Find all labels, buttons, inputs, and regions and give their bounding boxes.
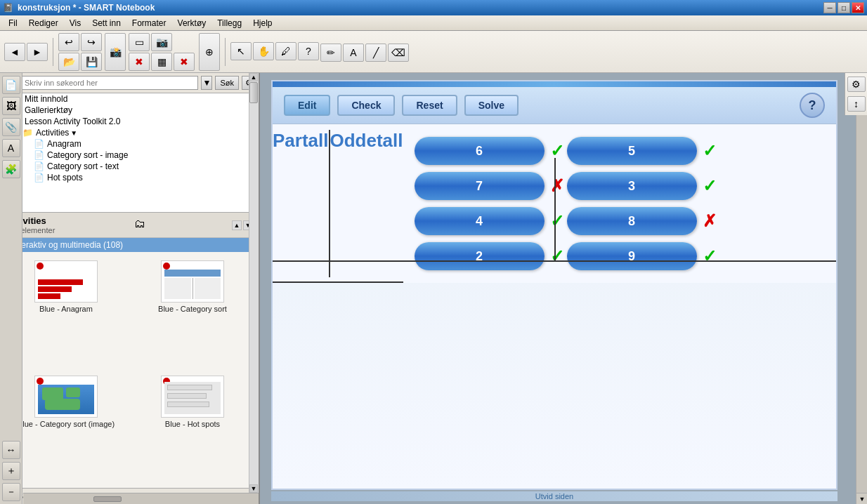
- insert-button[interactable]: ✖: [174, 53, 195, 71]
- search-input[interactable]: [21, 76, 198, 90]
- left-scroll-thumb[interactable]: [249, 82, 258, 103]
- expand-link-button[interactable]: Utvid siden: [271, 491, 837, 501]
- tree-item-cat-text[interactable]: 📄 Category sort - text: [0, 161, 259, 172]
- dropdown-icon: ▼: [70, 129, 77, 137]
- pen-tool[interactable]: ✏: [320, 44, 341, 62]
- vtab-arrow[interactable]: ↔: [2, 441, 20, 459]
- menu-item-vis[interactable]: Vis: [64, 17, 86, 29]
- eraser-tool[interactable]: ⌫: [388, 44, 409, 62]
- menu-item-fil[interactable]: Fil: [3, 17, 23, 29]
- vtab-plus[interactable]: ＋: [2, 462, 20, 480]
- canvas-scroll-down[interactable]: ▼: [856, 493, 867, 504]
- tree-item-anagram[interactable]: 📄 Anagram: [0, 138, 259, 150]
- scroll-up-button[interactable]: ▲: [232, 220, 242, 230]
- sort-item-5[interactable]: 5 ✓: [567, 137, 697, 165]
- nav-group: ◄ ►: [4, 43, 48, 61]
- sort-item-2[interactable]: 2 ✓: [415, 242, 545, 270]
- activity-category-sort[interactable]: Blue - Category sort: [132, 258, 253, 367]
- tree-item-hotspots[interactable]: 📄 Hot spots: [0, 172, 259, 183]
- help-tool[interactable]: ?: [298, 42, 319, 60]
- undo-button[interactable]: ↩: [58, 33, 79, 51]
- edit-button[interactable]: Edit: [284, 95, 330, 116]
- solve-button[interactable]: Solve: [464, 95, 519, 116]
- forward-button[interactable]: ►: [27, 43, 48, 61]
- vtab-font[interactable]: A: [2, 139, 20, 157]
- sort-item-6[interactable]: 6 ✓: [415, 137, 545, 165]
- close-button[interactable]: ✕: [852, 2, 864, 13]
- sort-item-8[interactable]: 8 ✗: [567, 207, 697, 235]
- left-scroll-down[interactable]: ▼: [249, 484, 258, 493]
- save-button[interactable]: 💾: [81, 53, 102, 71]
- sort-item-7[interactable]: 7 ✗: [415, 172, 545, 200]
- category-header[interactable]: ▸ Interaktiv og multimedia (108): [0, 238, 259, 252]
- menu-item-formater[interactable]: Formater: [126, 17, 172, 29]
- vtab-attach[interactable]: 📎: [2, 118, 20, 136]
- menu-item-sett inn[interactable]: Sett inn: [86, 17, 126, 29]
- category-sort-image-label: Blue - Category sort (image): [18, 420, 115, 428]
- search-dropdown[interactable]: ▼: [201, 76, 212, 90]
- screen-button[interactable]: ▭: [129, 33, 150, 51]
- minimize-button[interactable]: ─: [823, 2, 836, 13]
- tree-item-galleri[interactable]: 📁 Gallerierktøy: [0, 105, 259, 116]
- addpage-button[interactable]: ⊕: [199, 33, 220, 71]
- vertical-tab-bar: 📄 🖼 📎 A 🧩 ↔ ＋ －: [0, 73, 22, 504]
- menu-item-rediger[interactable]: Rediger: [23, 17, 64, 29]
- vtab-minus[interactable]: －: [2, 483, 20, 501]
- map-bg: [38, 385, 94, 414]
- help-button[interactable]: ?: [800, 93, 825, 118]
- redo-button[interactable]: ↪: [81, 33, 102, 51]
- menu-item-tillegg[interactable]: Tillegg: [211, 17, 247, 29]
- file-icon: 📄: [34, 150, 44, 160]
- activities-panel-header: Activities 108 elementer 🗂 ▲ ▼: [0, 213, 259, 238]
- left-panel-bottom-scroll: [23, 493, 259, 504]
- menu-item-hjelp[interactable]: Hjelp: [247, 17, 278, 29]
- search-bar: ◄ ▼ Søk ⚙: [0, 73, 259, 93]
- sort-item-3[interactable]: 3 ✓: [567, 172, 697, 200]
- activity-hotspots[interactable]: Blue - Hot spots: [132, 373, 253, 482]
- table-button[interactable]: ▦: [151, 53, 172, 71]
- line-tool[interactable]: ╱: [365, 44, 386, 62]
- check-button[interactable]: Check: [337, 95, 395, 116]
- left-scroll-up[interactable]: ▲: [249, 73, 258, 81]
- open-button[interactable]: 📂: [58, 53, 79, 71]
- red-dot-icon: [37, 263, 44, 270]
- tree-item-cat-image[interactable]: 📄 Category sort - image: [0, 150, 259, 161]
- tree-item-mitt-innhold[interactable]: 📁 Mitt innhold: [0, 93, 259, 105]
- maximize-button[interactable]: □: [837, 2, 850, 13]
- search-button[interactable]: Søk: [215, 76, 239, 90]
- arrows-button[interactable]: ↕: [847, 96, 866, 112]
- tree-item-lesson[interactable]: 📁 Lesson Activity Toolkit 2.0: [0, 116, 259, 127]
- activity-category-sort-image[interactable]: Blue - Category sort (image): [6, 373, 126, 482]
- scroll-thumb-h[interactable]: [93, 496, 122, 502]
- settings-button[interactable]: ⚙: [847, 77, 866, 92]
- screenshot-button[interactable]: 📸: [105, 33, 126, 71]
- tree-item-activities[interactable]: 📁 Activities ▼: [0, 127, 259, 138]
- vtab-image[interactable]: 🖼: [2, 97, 20, 115]
- left-panel-scrollbar: ▲ ▼: [249, 73, 259, 493]
- reset-button[interactable]: Reset: [402, 95, 457, 116]
- check-correct-icon: ✓: [703, 176, 717, 196]
- menu-item-verktøy[interactable]: Verktøy: [172, 17, 212, 29]
- widget-top-bar: [273, 81, 836, 87]
- activities-folder-button[interactable]: 🗂: [134, 218, 152, 233]
- check-correct-icon: ✓: [703, 246, 717, 266]
- check-correct-icon: ✓: [550, 211, 564, 231]
- category-sort-label: Blue - Category sort: [158, 305, 227, 313]
- sep2: [225, 38, 226, 66]
- pen2-tool[interactable]: 🖊: [275, 42, 296, 60]
- delete-button[interactable]: ✖: [129, 53, 150, 71]
- app-icon: 📓: [3, 3, 13, 13]
- sort-item-4[interactable]: 4 ✓: [415, 207, 545, 235]
- select-tool[interactable]: ↖: [230, 42, 252, 60]
- col-right-title: Oddetall: [330, 130, 403, 151]
- hotspots-thumbnail: [161, 376, 224, 418]
- cam-button[interactable]: 📷: [151, 33, 172, 51]
- text-tool[interactable]: A: [343, 44, 364, 62]
- hand-tool[interactable]: ✋: [253, 42, 274, 60]
- activity-anagram[interactable]: Blue - Anagram: [6, 258, 126, 367]
- edit-group: ↩ ↪ 📂 💾 📸 ▭ 📷 ✖ ▦ ✖ ⊕: [58, 33, 220, 71]
- vtab-page[interactable]: 📄: [2, 76, 20, 94]
- sort-item-9[interactable]: 9 ✓: [567, 242, 697, 270]
- vtab-puzzle[interactable]: 🧩: [2, 160, 20, 178]
- back-button[interactable]: ◄: [4, 43, 25, 61]
